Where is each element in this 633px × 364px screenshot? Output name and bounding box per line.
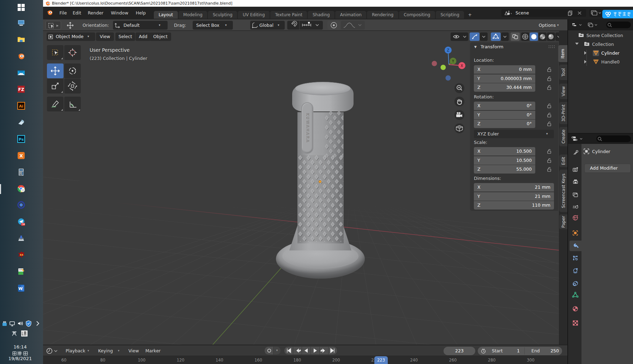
- workspace-tab-animation[interactable]: Animation: [335, 11, 366, 19]
- tray-security-shield-icon[interactable]: [25, 320, 32, 327]
- taskbar-app-blender[interactable]: [14, 50, 29, 62]
- properties-tab-tool[interactable]: [569, 147, 581, 158]
- pan-button[interactable]: [454, 97, 464, 107]
- current-frame-marker[interactable]: 223: [374, 356, 388, 364]
- properties-tab-physics[interactable]: [569, 265, 581, 276]
- outliner-row-handle0[interactable]: Handle0: [568, 57, 633, 66]
- sidebar-tab-edit[interactable]: Edit: [559, 154, 568, 167]
- taskbar-app-illustrator[interactable]: Ai: [14, 100, 29, 112]
- outliner-row-scene-collection[interactable]: Scene Collection: [568, 31, 633, 40]
- taskbar-app-chrome[interactable]: [14, 183, 29, 195]
- sidebar-tab-item[interactable]: Item: [558, 45, 568, 62]
- ortho-toggle-button[interactable]: [454, 123, 464, 133]
- timeline-ruler[interactable]: 6080100120140160180200220240260280300223: [43, 356, 568, 364]
- workspace-tab-layout[interactable]: Layout: [154, 11, 178, 19]
- active-tool-button[interactable]: [46, 21, 61, 30]
- lock-icon[interactable]: [547, 166, 552, 172]
- transport-prev-keyframe-button[interactable]: [293, 347, 302, 354]
- taskbar-app-red-64-app[interactable]: 64: [14, 249, 29, 261]
- scene-name[interactable]: Scene: [516, 9, 561, 17]
- sidebar-tab-3d-print[interactable]: 3D-Print: [559, 102, 568, 124]
- location-z[interactable]: Z30.444 mm: [474, 83, 535, 92]
- dimensions-y[interactable]: Y21 mm: [474, 192, 554, 201]
- menu-edit[interactable]: Edit: [70, 10, 84, 17]
- end-frame-value[interactable]: 250: [547, 347, 559, 355]
- viewport-menu-add[interactable]: Add: [135, 32, 151, 41]
- viewport-menu-object[interactable]: Object: [150, 32, 171, 41]
- properties-tab-world[interactable]: [569, 213, 581, 223]
- tray-network-icon[interactable]: [9, 320, 16, 327]
- disclosure-triangle[interactable]: [575, 43, 579, 45]
- timeline-menu-keying[interactable]: Keying▾: [95, 347, 123, 355]
- camera-view-button[interactable]: [454, 110, 464, 120]
- properties-tab-view-layer[interactable]: [569, 190, 581, 201]
- rotation-x[interactable]: X0°: [474, 102, 535, 110]
- outliner-row-collection[interactable]: Collection: [568, 40, 633, 49]
- lock-icon[interactable]: [547, 67, 552, 72]
- viewport-menu-select[interactable]: Select: [115, 32, 135, 41]
- scale-z[interactable]: Z55.000: [474, 165, 535, 174]
- start-frame-value[interactable]: 1: [511, 347, 520, 355]
- visibility-dropdown[interactable]: [451, 32, 468, 41]
- rotation-y[interactable]: Y0°: [474, 111, 535, 119]
- select-tool-toggle[interactable]: [470, 32, 480, 41]
- menu-render[interactable]: Render: [85, 10, 107, 17]
- properties-tab-constraints[interactable]: [569, 278, 581, 289]
- taskbar-app-filezilla[interactable]: FZ: [14, 83, 29, 95]
- dimensions-z[interactable]: Z110 mm: [474, 201, 554, 210]
- auto-key-button[interactable]: [265, 347, 273, 354]
- gizmo-chevron[interactable]: [501, 32, 509, 41]
- taskbar-app-windows-start[interactable]: [14, 1, 29, 13]
- gizmo-move-icon[interactable]: [65, 22, 76, 29]
- tool-measure[interactable]: [64, 97, 81, 111]
- lock-icon[interactable]: [547, 158, 552, 163]
- workspace-tab-compositing[interactable]: Compositing: [399, 11, 435, 19]
- add-modifier-button[interactable]: Add Modifier: [584, 164, 631, 173]
- taskbar-app-telegram[interactable]: .34: [14, 216, 29, 228]
- properties-search[interactable]: [596, 135, 631, 142]
- taskbar-app-word[interactable]: W: [14, 282, 29, 294]
- menu-window[interactable]: Window: [108, 10, 131, 17]
- taskbar-app-xampp[interactable]: X: [14, 150, 29, 162]
- ime-mode-indicator[interactable]: [21, 330, 28, 336]
- workspace-tab-texture-paint[interactable]: Texture Paint: [270, 11, 307, 19]
- taskbar-app-file-explorer[interactable]: [14, 34, 29, 46]
- taskbar-app-blue-circle-app[interactable]: [14, 199, 29, 211]
- properties-tab-data[interactable]: [569, 290, 581, 300]
- transport-next-keyframe-button[interactable]: [320, 347, 328, 354]
- tray-speaker-icon[interactable]: [17, 320, 24, 327]
- copy-scene-icon[interactable]: [567, 10, 573, 16]
- mode-dropdown[interactable]: Object Mode▾: [47, 32, 95, 41]
- properties-tab-material[interactable]: [569, 304, 581, 314]
- timeline-menu-playback[interactable]: Playback▾: [63, 347, 93, 355]
- taskbar-app-photoshop[interactable]: Ps: [14, 133, 29, 145]
- rotation-mode-dropdown[interactable]: XYZ Euler▾: [474, 130, 554, 138]
- shading-rendered[interactable]: [547, 32, 555, 41]
- transport-jump-start-button[interactable]: [284, 347, 293, 354]
- blender-menu-icon[interactable]: [46, 10, 54, 16]
- timeline-menu-view[interactable]: View: [126, 347, 140, 355]
- location-x[interactable]: X0 mm: [474, 65, 535, 74]
- options-dropdown[interactable]: Options▾: [535, 21, 563, 30]
- workspace-tab-scripting[interactable]: Scripting: [436, 11, 464, 19]
- properties-tab-particles[interactable]: [569, 253, 581, 263]
- zoom-button[interactable]: [454, 83, 464, 93]
- sidebar-tab-screencast-keys[interactable]: Screencast Keys: [559, 170, 568, 212]
- workspace-tab-modeling[interactable]: Modeling: [179, 11, 207, 19]
- taskbar-app-display-settings[interactable]: [14, 17, 29, 29]
- shading-wireframe[interactable]: [521, 32, 529, 41]
- tray-expand-chevron-icon[interactable]: [34, 320, 41, 327]
- sidebar-tab-paper[interactable]: Paper: [559, 214, 568, 229]
- lock-icon[interactable]: [547, 103, 552, 109]
- taskbar-app-scanner-app[interactable]: [14, 232, 29, 244]
- properties-tab-render[interactable]: [569, 164, 581, 175]
- transport-play-button[interactable]: [311, 347, 319, 354]
- timeline-editor-type-button[interactable]: [44, 347, 60, 355]
- outliner-filter-icon[interactable]: [586, 22, 600, 29]
- location-y[interactable]: Y0.000003 mm: [474, 74, 535, 83]
- shading-solid[interactable]: [530, 32, 538, 41]
- sidebar-tab-create[interactable]: Create: [559, 127, 568, 146]
- lock-icon[interactable]: [547, 148, 552, 154]
- workspace-tab-sculpting[interactable]: Sculpting: [208, 11, 237, 19]
- snap-toggle-button[interactable]: [287, 21, 299, 30]
